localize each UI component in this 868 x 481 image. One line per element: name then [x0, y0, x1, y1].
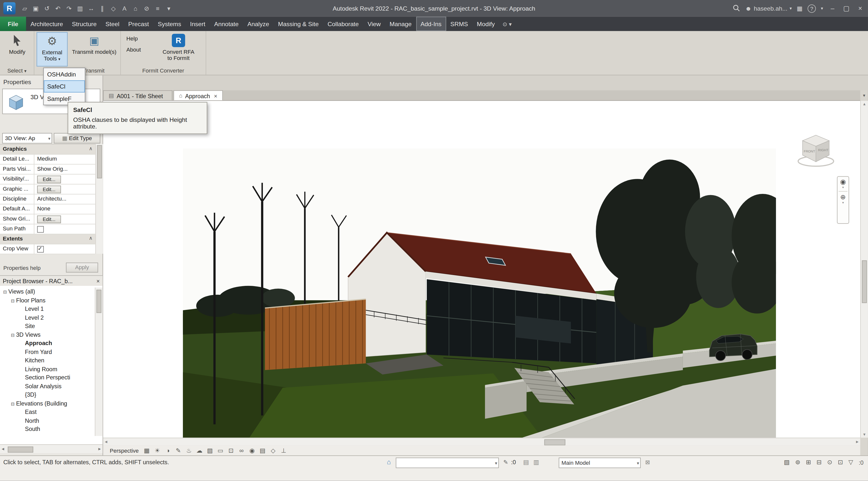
tree-item[interactable]: ⊟Elevations (Building [0, 399, 95, 408]
select-underlay-elements-icon[interactable]: ⊟ [816, 459, 822, 466]
temporary-view-properties-icon[interactable]: ▤ [259, 447, 266, 454]
tree-item[interactable]: ⊟Views (all) [0, 288, 95, 296]
edit-button[interactable]: Edit... [37, 216, 61, 223]
save-icon[interactable]: ▣ [31, 5, 40, 12]
transmit-models-button[interactable]: ▣ Transmit model(s) [70, 32, 119, 66]
ribbon-tab[interactable]: Steel [101, 17, 124, 31]
shadows-icon[interactable]: ◑ [164, 447, 171, 454]
reveal-constraints-icon[interactable]: ⊥ [280, 447, 287, 454]
drag-elements-on-selection-icon[interactable]: ⊡ [838, 459, 843, 466]
select-pinned-elements-icon[interactable]: ⊙ [827, 459, 832, 466]
reveal-hidden-elements-icon[interactable]: ◉ [249, 447, 256, 454]
scroll-left-icon[interactable]: ◂ [105, 439, 107, 444]
visual-style-icon[interactable]: ▦ [143, 447, 150, 454]
tree-item[interactable]: North [0, 416, 95, 425]
help-caret-icon[interactable]: ▾ [821, 6, 823, 11]
ribbon-tab[interactable]: Analyze [243, 17, 274, 31]
view-scale-label[interactable]: Perspective [110, 447, 139, 453]
tree-expander-icon[interactable]: ⊟ [9, 297, 16, 305]
filter-icon[interactable]: ▽ [848, 459, 853, 466]
ribbon-tab[interactable]: Architecture [26, 17, 67, 31]
help-icon[interactable]: ? [808, 4, 816, 12]
property-value[interactable]: Show Orig... [34, 164, 95, 174]
ribbon-tab[interactable]: SRMS [446, 17, 472, 31]
design-options-combo[interactable]: Main Model ▾ [559, 457, 641, 468]
measure-icon[interactable]: ↔ [86, 5, 96, 11]
sync-with-central-icon[interactable]: ↺ [42, 5, 52, 12]
edit-button[interactable]: Edit... [37, 175, 61, 183]
help-button[interactable]: Help [124, 34, 140, 43]
exclude-options-icon[interactable]: ⊠ [645, 459, 650, 466]
menu-item[interactable]: SafeCl [44, 81, 85, 93]
view-tab[interactable]: ⌂ Approach × [174, 90, 223, 100]
project-browser-scrollbar[interactable] [95, 288, 102, 436]
menu-item[interactable]: OSHAddin [44, 68, 85, 80]
sun-path-icon[interactable]: ☀ [154, 447, 161, 454]
text-icon[interactable]: A [120, 5, 129, 11]
tree-expander-icon[interactable]: ⊟ [2, 288, 8, 296]
ribbon-tab[interactable]: Insert [186, 17, 210, 31]
section-icon[interactable]: ⊘ [142, 5, 151, 12]
scroll-right-icon[interactable]: ▸ [98, 446, 101, 451]
apply-button[interactable]: Apply [66, 263, 98, 272]
tree-item[interactable]: Solar Analysis [0, 382, 95, 390]
close-button[interactable]: × [856, 4, 865, 12]
zoom-button[interactable]: ⊕ ▾ [840, 194, 846, 204]
ribbon-tab[interactable]: Precast [124, 17, 154, 31]
tree-item[interactable]: ⊟3D Views [0, 330, 95, 339]
select-links-icon[interactable]: ⊞ [806, 459, 811, 466]
scroll-down-icon[interactable]: ▾ [861, 432, 868, 437]
scroll-thumb[interactable] [8, 446, 33, 453]
redo-icon[interactable]: ↷ [64, 5, 74, 12]
tree-expander-icon[interactable]: ⊟ [9, 399, 16, 408]
tree-item[interactable]: Level 1 [0, 304, 95, 313]
tree-item[interactable]: Level 2 [0, 313, 95, 322]
tree-item[interactable]: Living Room [0, 365, 95, 374]
3d-scene[interactable] [183, 149, 776, 438]
ribbon-tab[interactable]: Modify [472, 17, 499, 31]
tree-item[interactable]: {3D} [0, 390, 95, 399]
tree-item[interactable]: Site [0, 322, 95, 330]
show-worksets-icon[interactable]: ▤ [523, 459, 529, 466]
aligned-dimension-icon[interactable]: ∥ [97, 5, 107, 12]
sketchy-lines-icon[interactable]: ✎ [175, 447, 182, 454]
ribbon-tab[interactable]: Add-Ins [416, 17, 446, 31]
editable-only-icon[interactable]: ✎ [503, 459, 508, 466]
active-workset-combo[interactable]: ▾ [396, 457, 499, 468]
crop-view-checkbox[interactable] [37, 246, 44, 253]
search-icon[interactable] [733, 4, 740, 12]
ribbon-tab[interactable]: Systems [153, 17, 186, 31]
ribbon-tab[interactable]: Massing & Site [274, 17, 323, 31]
ribbon-tab[interactable]: Structure [67, 17, 101, 31]
project-browser-header[interactable]: Project Browser - RAC_b... × [0, 276, 102, 286]
left-panel-hscrollbar[interactable]: ◂ ▸ [0, 444, 102, 453]
scroll-up-icon[interactable]: ▴ [861, 101, 868, 106]
scroll-thumb[interactable] [544, 439, 565, 446]
app-store-icon[interactable]: ▦ [797, 5, 803, 12]
show-crop-region-icon[interactable]: ⊡ [227, 447, 235, 454]
property-section-graphics[interactable]: Graphics ∧ [0, 145, 95, 154]
sun-path-checkbox[interactable] [37, 226, 44, 233]
minimize-button[interactable]: – [828, 4, 837, 12]
tree-item[interactable]: ⊟Floor Plans [0, 296, 95, 304]
properties-help-link[interactable]: Properties help [3, 265, 40, 271]
viewcube[interactable]: FRONT RIGHT [796, 130, 836, 170]
open-icon[interactable]: ▱ [20, 5, 29, 12]
drawing-area[interactable]: FRONT RIGHT ◉ ▾ ⊕ ▾ [103, 101, 860, 438]
canvas-horizontal-scrollbar[interactable]: ◂ ▸ [103, 438, 860, 445]
ribbon-tab[interactable]: Manage [385, 17, 416, 31]
thin-lines-icon[interactable]: ≡ [153, 5, 162, 11]
tree-item[interactable]: South [0, 425, 95, 434]
panel-label-select[interactable]: Select ▾ [0, 66, 34, 75]
property-value[interactable]: Medium [34, 155, 95, 164]
scroll-left-icon[interactable]: ◂ [2, 446, 4, 451]
ribbon-tab[interactable]: Collaborate [323, 17, 363, 31]
ribbon-tab[interactable]: View [363, 17, 385, 31]
close-icon[interactable]: × [96, 276, 100, 286]
modify-button[interactable]: Modify [3, 32, 31, 66]
canvas-vertical-scrollbar[interactable]: ▴ ▾ [860, 101, 868, 438]
render-in-cloud-icon[interactable]: ☁ [196, 447, 203, 454]
tree-item[interactable]: Section Perspecti [0, 374, 95, 382]
scroll-thumb[interactable] [862, 260, 867, 303]
navigation-wheel-button[interactable]: ◉ ▾ [840, 178, 846, 189]
